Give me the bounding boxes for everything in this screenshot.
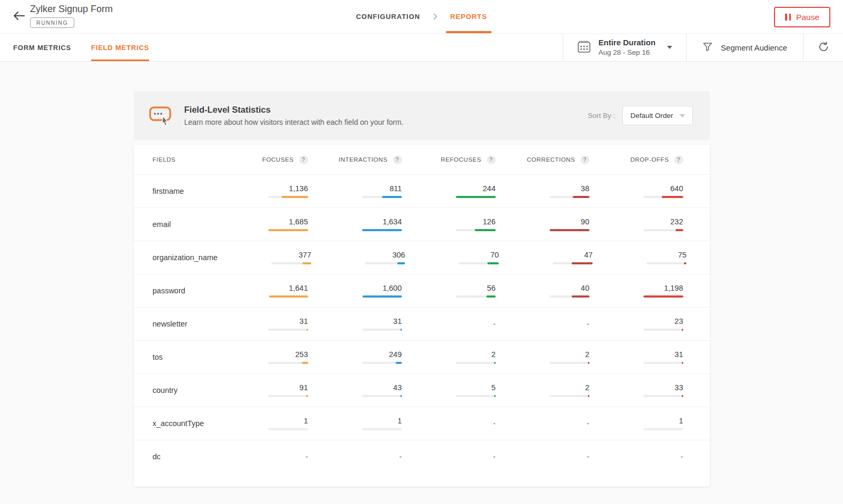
refocuses-bar [456,196,496,198]
chevron-down-icon [667,46,672,49]
cell-dropoffs: 31 [590,350,683,364]
field-stats-table: FIELDS FOCUSES ? INTERACTIONS ? REFOCUSE… [134,145,710,487]
table-row: firstname1,13681124438640 [134,174,710,207]
refocuses-bar [456,362,496,364]
dropoffs-bar [643,428,683,430]
cell-value: 1 [308,417,402,425]
corrections-bar [550,362,590,364]
cell-value: 244 [402,184,496,193]
focuses-bar [271,262,311,264]
bar-fill [306,395,308,397]
tab-form-metrics[interactable]: FORM METRICS [13,34,71,61]
bar-fill [494,362,496,364]
chevron-down-icon [680,114,685,117]
cell-value: - [402,452,496,461]
table-row: password1,6411,60056401,198 [134,274,710,307]
focuses-bar [268,428,308,430]
field-name: newsletter [153,320,214,328]
corrections-bar [550,395,590,397]
bar-fill [486,295,495,298]
bar-fill [573,196,590,198]
cell-value: 31 [590,350,683,359]
cell-dropoffs: 75 [593,251,687,264]
bar-fill [400,329,402,331]
interactions-bar [362,428,402,430]
sort-by-label: Sort By : [588,112,615,120]
filter-funnel-icon [702,42,713,54]
cell-value: 377 [218,251,311,259]
help-icon[interactable]: ? [393,155,402,164]
cell-value: - [590,452,683,461]
duration-range: Aug 28 - Sep 16 [599,48,655,57]
cell-refocuses: 126 [402,218,496,231]
bar-fill [494,395,496,397]
corrections-bar [550,295,590,298]
tab-reports[interactable]: REPORTS [450,0,487,33]
corrections-bar [550,229,590,231]
cell-value: 43 [308,383,402,392]
table-row: dc----- [134,440,710,473]
dropoffs-bar [643,295,683,298]
focuses-bar [268,229,308,231]
help-icon[interactable]: ? [299,155,308,164]
refresh-button[interactable] [803,34,843,61]
cell-refocuses: - [402,419,496,428]
cell-corrections: - [496,320,590,328]
cell-value: 90 [496,218,590,226]
segment-audience-label: Segment Audience [721,43,787,52]
interactions-bar [362,295,402,298]
cell-interactions: 306 [311,251,405,264]
tab-configuration[interactable]: CONFIGURATION [356,0,420,33]
pause-button[interactable]: Pause [774,7,830,27]
bar-fill [362,295,401,298]
refocuses-bar [456,295,496,298]
sort-order-dropdown[interactable]: Default Order [622,106,692,125]
table-row: x_accountType11--1 [134,407,710,440]
cell-refocuses: - [402,320,496,328]
cell-corrections: 90 [496,218,590,231]
cell-value: 38 [496,184,590,193]
cell-value: - [402,419,496,428]
status-badge: RUNNING [30,17,74,28]
dropoffs-bar [643,229,683,231]
chevron-right-icon [433,13,437,20]
focuses-bar [268,395,308,397]
back-button[interactable] [13,11,25,22]
cell-value: 1,600 [308,284,402,292]
table-row: organization_name377306704775 [134,241,710,274]
cell-value: 2 [496,350,590,359]
col-header-fields: FIELDS [153,156,214,163]
bar-fill [643,295,683,298]
segment-audience-button[interactable]: Segment Audience [686,34,803,61]
cell-value: 1 [214,417,308,425]
bar-fill [550,229,590,231]
duration-selector[interactable]: Entire Duration Aug 28 - Sep 16 [563,34,686,61]
help-icon[interactable]: ? [487,155,496,164]
field-stats-header: Field-Level Statistics Learn more about … [134,91,710,140]
field-name: dc [153,452,214,461]
interactions-bar [362,196,402,198]
refresh-icon [818,41,829,54]
cell-focuses: 1,685 [214,218,308,231]
cell-refocuses: - [402,452,496,461]
cell-value: 126 [402,218,496,226]
bar-fill [269,295,308,298]
bar-fill [675,229,683,231]
cell-interactions: 1,634 [308,218,402,231]
cell-interactions: - [308,452,402,461]
help-icon[interactable]: ? [674,155,683,164]
cell-value: - [214,452,308,461]
dropoffs-bar [646,262,687,264]
field-stats-icon [149,105,173,129]
bar-fill [588,395,590,397]
cell-value: 232 [590,218,683,226]
dropoffs-bar [643,196,683,198]
help-icon[interactable]: ? [581,155,590,164]
cell-value: 811 [308,184,402,193]
bar-fill [682,395,683,397]
bar-fill [588,362,590,364]
cell-value: 75 [593,251,687,259]
field-name: password [153,286,214,295]
table-row: country91435233 [134,373,710,407]
tab-field-metrics[interactable]: FIELD METRICS [91,34,149,61]
